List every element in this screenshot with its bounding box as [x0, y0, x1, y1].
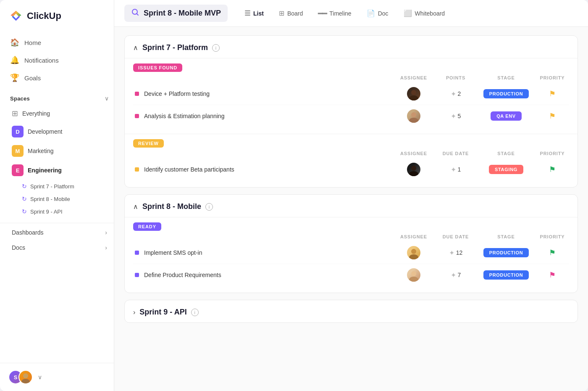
- tab-timeline-label: Timeline: [329, 10, 351, 17]
- sidebar-sprint9[interactable]: ↻ Sprint 9 - API: [2, 205, 112, 218]
- main-content: Sprint 8 - Mobile MVP ☰ List ⊞ Board ━━ …: [114, 0, 588, 391]
- sprint9-info-icon[interactable]: i: [191, 309, 199, 316]
- svg-point-12: [409, 277, 418, 282]
- logo-text: ClickUp: [27, 11, 61, 21]
- spaces-section-header[interactable]: Spaces ∨: [0, 90, 114, 105]
- tab-list[interactable]: ☰ List: [238, 6, 270, 21]
- points-icon: ✦: [451, 90, 456, 98]
- task-row[interactable]: Analysis & Estimation planning ✦ 5 QA EN…: [133, 105, 569, 127]
- tab-whiteboard-label: Whiteboard: [415, 10, 445, 17]
- logo[interactable]: ClickUp: [0, 0, 114, 30]
- home-icon: 🏠: [10, 38, 19, 47]
- sprint8-icon: ↻: [22, 196, 27, 202]
- task-row[interactable]: Identify customer Beta participants ✦ 1 …: [133, 159, 569, 180]
- page-title-section[interactable]: Sprint 8 - Mobile MVP: [124, 5, 228, 22]
- svg-point-4: [409, 95, 418, 100]
- sidebar-footer[interactable]: S ∨: [0, 363, 114, 391]
- group-review: REVIEW ASSIGNEE DUE DATE STAGE PRIORITY …: [125, 134, 578, 187]
- assignee-avatar: [407, 109, 420, 123]
- sidebar-item-home[interactable]: 🏠 Home: [5, 34, 109, 51]
- sprint8-header[interactable]: ∧ Sprint 8 - Mobile i: [125, 195, 578, 217]
- sidebar-item-goals-label: Goals: [24, 74, 41, 82]
- sprint9-icon: ↻: [22, 208, 27, 215]
- sprint7-header[interactable]: ∧ Sprint 7 - Platform i: [125, 36, 578, 58]
- task-row[interactable]: Device + Platform testing ✦ 2 PRODUCTION: [133, 83, 569, 105]
- task-assignee: [393, 87, 435, 100]
- spaces-chevron-icon: ∨: [105, 95, 109, 102]
- review-badge: REVIEW: [133, 139, 164, 148]
- clickup-logo-icon: [8, 8, 24, 24]
- priority-flag-icon: ⚑: [549, 270, 556, 280]
- task-name: Device + Platform testing: [144, 90, 393, 97]
- sprint9-expand-icon: ›: [133, 309, 135, 316]
- issues-found-badge: ISSUES FOUND: [133, 63, 182, 72]
- docs-chevron-icon: ›: [105, 244, 107, 251]
- page-title: Sprint 8 - Mobile MVP: [144, 9, 221, 18]
- task-name: Implement SMS opt-in: [144, 249, 393, 256]
- task-stage: PRODUCTION: [477, 270, 536, 280]
- trophy-icon: 🏆: [10, 73, 19, 82]
- task-dot: [135, 273, 139, 277]
- tab-whiteboard[interactable]: ⬜ Whiteboard: [397, 6, 452, 21]
- assignee-avatar: [407, 246, 420, 259]
- group-ready: READY ASSIGNEE DUE DATE STAGE PRIORITY I…: [125, 217, 578, 293]
- sidebar-sprint8[interactable]: ↻ Sprint 8 - Mobile: [2, 193, 112, 205]
- stage-badge: PRODUCTION: [483, 248, 529, 257]
- task-row[interactable]: Implement SMS opt-in ✦ 12 PRODUCTION: [133, 242, 569, 264]
- sidebar-item-everything[interactable]: ⊞ Everything: [2, 105, 112, 122]
- development-dot: D: [12, 126, 24, 137]
- sidebar-item-engineering[interactable]: E Engineering: [2, 161, 112, 180]
- task-stage: QA ENV: [477, 111, 536, 121]
- group-issues-found: ISSUES FOUND ASSIGNEE POINTS STAGE PRIOR…: [125, 58, 578, 134]
- sidebar-item-marketing[interactable]: M Marketing: [2, 141, 112, 161]
- assignee-avatar: [407, 87, 420, 100]
- tab-list-label: List: [253, 10, 264, 17]
- col-priority-label: PRIORITY: [536, 151, 569, 156]
- svg-point-9: [411, 249, 416, 254]
- task-row[interactable]: Define Product Requirements ✦ 7 PRODUCTI…: [133, 264, 569, 286]
- task-dot: [135, 114, 139, 118]
- sprint7-icon: ↻: [22, 183, 27, 190]
- avatar-user2: [18, 370, 33, 384]
- sidebar-item-development[interactable]: D Development: [2, 122, 112, 141]
- sidebar-item-docs[interactable]: Docs ›: [2, 240, 112, 255]
- sidebar-bottom: Dashboards › Docs ›: [0, 223, 114, 255]
- svg-point-11: [411, 271, 416, 276]
- tab-board-label: Board: [287, 10, 303, 17]
- sprint-search-icon: [131, 8, 139, 18]
- sprint9-header[interactable]: › Sprint 9 - API i: [125, 300, 578, 322]
- sidebar-item-goals[interactable]: 🏆 Goals: [5, 69, 109, 87]
- svg-point-3: [411, 90, 416, 95]
- col-stage-label: STAGE: [477, 75, 536, 80]
- task-stage: PRODUCTION: [477, 89, 536, 98]
- task-points: ✦ 2: [435, 90, 477, 98]
- task-assignee: [393, 109, 435, 123]
- marketing-label: Marketing: [28, 148, 53, 154]
- priority-flag-icon: ⚑: [549, 248, 556, 257]
- due-date-icon: ✦: [449, 249, 454, 257]
- task-priority: ⚑: [536, 89, 569, 98]
- tab-timeline[interactable]: ━━ Timeline: [311, 5, 358, 22]
- tab-doc[interactable]: 📄 Doc: [360, 6, 395, 21]
- assignee-avatar: [407, 163, 420, 176]
- sidebar-item-dashboards[interactable]: Dashboards ›: [2, 225, 112, 240]
- col-duedate-label: DUE DATE: [435, 234, 477, 239]
- sprint7-info-icon[interactable]: i: [212, 44, 220, 52]
- svg-point-0: [23, 373, 28, 378]
- tab-board[interactable]: ⊞ Board: [272, 6, 310, 21]
- sidebar-item-notifications[interactable]: 🔔 Notifications: [5, 51, 109, 69]
- task-points: ✦ 5: [435, 112, 477, 120]
- board-icon: ⊞: [279, 9, 284, 17]
- due-date-icon: ✦: [451, 166, 456, 174]
- ready-header: READY: [133, 217, 569, 234]
- task-dot: [135, 251, 139, 255]
- svg-point-8: [409, 171, 418, 176]
- dashboards-chevron-icon: ›: [105, 229, 107, 236]
- tab-doc-label: Doc: [378, 10, 388, 17]
- col-priority-label: PRIORITY: [536, 234, 569, 239]
- sidebar-sprint7[interactable]: ↻ Sprint 7 - Platform: [2, 180, 112, 193]
- points-value: 5: [458, 113, 461, 119]
- task-name: Identify customer Beta participants: [144, 166, 393, 173]
- sprint8-info-icon[interactable]: i: [205, 203, 213, 211]
- task-priority: ⚑: [536, 270, 569, 280]
